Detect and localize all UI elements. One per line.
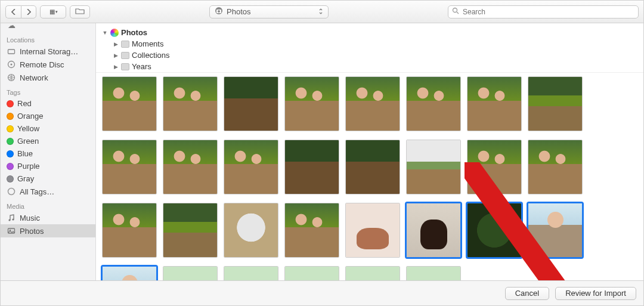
- sidebar-item-orange[interactable]: Orange: [1, 110, 95, 122]
- sidebar-item-label: Network: [20, 73, 48, 82]
- photo-thumbnail[interactable]: [163, 76, 218, 131]
- tree-item-label: Collections: [132, 51, 170, 60]
- photo-thumbnail[interactable]: [224, 266, 278, 280]
- path-dropdown[interactable]: Photos: [209, 5, 329, 18]
- photo-thumbnail[interactable]: [528, 76, 583, 131]
- photo-thumbnail[interactable]: [284, 203, 339, 258]
- grid-icon: ▦: [49, 8, 54, 15]
- thumbnail-grid-wrapper: [96, 73, 643, 280]
- sidebar-item-all-tags[interactable]: All Tags…: [1, 185, 95, 198]
- search-field[interactable]: [448, 5, 639, 18]
- dialog-body: ☁︎ LocationsInternal Storag…Remote DiscN…: [1, 23, 643, 280]
- sidebar-item-green[interactable]: Green: [1, 135, 95, 147]
- sidebar-item-blue[interactable]: Blue: [1, 147, 95, 160]
- photo-thumbnail[interactable]: [528, 203, 583, 258]
- tag-dot-icon: [7, 138, 14, 145]
- sidebar-item-remote-disc[interactable]: Remote Disc: [1, 58, 95, 71]
- tree-item-label: Years: [132, 62, 151, 71]
- disclosure-triangle-icon[interactable]: ▶: [113, 64, 119, 70]
- photo-thumbnail[interactable]: [284, 266, 339, 280]
- photo-thumbnail[interactable]: [467, 76, 522, 131]
- photo-thumbnail[interactable]: [224, 140, 278, 194]
- sidebar-heading: Locations: [1, 32, 95, 45]
- svg-point-10: [8, 219, 10, 221]
- back-button[interactable]: [5, 5, 21, 18]
- review-for-import-button[interactable]: Review for Import: [555, 287, 636, 300]
- sidebar-item-label: Green: [17, 137, 39, 146]
- sidebar-item-gray[interactable]: Gray: [1, 172, 95, 185]
- svg-point-7: [11, 64, 13, 66]
- group-by-button[interactable]: [70, 5, 90, 18]
- photo-thumbnail[interactable]: [284, 140, 339, 194]
- tree-item-label: Moments: [132, 39, 163, 48]
- tree-item-years[interactable]: ▶Years: [113, 61, 637, 72]
- photo-thumbnail[interactable]: [163, 266, 218, 280]
- sidebar-item-label: Music: [20, 214, 40, 222]
- sidebar-item-network[interactable]: Network: [1, 71, 95, 84]
- disclosure-triangle-icon[interactable]: ▶: [113, 52, 119, 58]
- photo-thumbnail[interactable]: [467, 203, 522, 258]
- nav-back-forward: [5, 5, 36, 18]
- photo-thumbnail[interactable]: [163, 140, 218, 194]
- photo-thumbnail[interactable]: [102, 140, 157, 194]
- sidebar-item-label: All Tags…: [20, 187, 54, 196]
- photos-library-icon: [110, 29, 119, 37]
- photo-thumbnail[interactable]: [406, 140, 461, 194]
- photo-thumbnail[interactable]: [406, 203, 461, 258]
- path-label: Photos: [227, 7, 250, 16]
- thumbnail-image: [224, 267, 278, 280]
- view-mode-button[interactable]: ▦ ▾: [40, 5, 66, 18]
- folder-icon: [121, 41, 129, 48]
- sidebar-item-label: Yellow: [17, 124, 39, 133]
- photo-thumbnail[interactable]: [224, 76, 278, 131]
- photo-thumbnail[interactable]: [345, 76, 400, 131]
- photo-thumbnail[interactable]: [102, 76, 157, 131]
- photo-thumbnail[interactable]: [406, 266, 461, 280]
- thumbnail-grid[interactable]: [102, 76, 637, 280]
- photos-icon: [7, 226, 16, 236]
- tree-root-photos[interactable]: ▼ Photos: [102, 27, 637, 38]
- tree-item-moments[interactable]: ▶Moments: [113, 38, 637, 50]
- sidebar-item-music[interactable]: Music: [1, 211, 95, 224]
- sidebar-item-label: Internal Storag…: [20, 47, 78, 56]
- folder-icon: [121, 52, 129, 59]
- photo-thumbnail[interactable]: [528, 140, 583, 194]
- thumbnail-image: [103, 267, 156, 280]
- photo-thumbnail[interactable]: [345, 203, 400, 258]
- photo-thumbnail[interactable]: [163, 203, 218, 258]
- tree-item-collections[interactable]: ▶Collections: [113, 50, 637, 61]
- thumbnail-image: [407, 203, 460, 257]
- thumbnail-image: [346, 203, 400, 257]
- sidebar-item-red[interactable]: Red: [1, 97, 95, 110]
- thumbnail-image: [528, 203, 582, 257]
- cancel-button[interactable]: Cancel: [505, 287, 549, 300]
- sidebar-item-purple[interactable]: Purple: [1, 160, 95, 172]
- sidebar-item-label: Red: [17, 99, 32, 108]
- sidebar-item-truncated[interactable]: ☁︎: [1, 23, 95, 32]
- thumbnail-image: [285, 77, 339, 131]
- sidebar-item-label: Gray: [17, 174, 34, 183]
- photo-thumbnail[interactable]: [345, 266, 400, 280]
- thumbnail-image: [163, 267, 217, 280]
- thumbnail-image: [224, 203, 278, 257]
- sidebar-item-photos[interactable]: Photos: [1, 224, 95, 237]
- photo-thumbnail[interactable]: [345, 140, 400, 194]
- thumbnail-image: [224, 140, 278, 194]
- tag-dot-icon: [7, 150, 14, 157]
- forward-button[interactable]: [21, 5, 36, 18]
- thumbnail-image: [407, 77, 460, 131]
- thumbnail-image: [528, 77, 582, 131]
- photo-thumbnail[interactable]: [224, 203, 278, 258]
- disclosure-triangle-icon[interactable]: ▶: [113, 41, 119, 47]
- photo-thumbnail[interactable]: [102, 266, 157, 280]
- sidebar-item-internal-storag[interactable]: Internal Storag…: [1, 45, 95, 58]
- photo-thumbnail[interactable]: [102, 203, 157, 258]
- photo-thumbnail[interactable]: [467, 140, 522, 194]
- tree-root-label: Photos: [121, 28, 147, 37]
- disclosure-triangle-icon[interactable]: ▼: [102, 30, 108, 36]
- photo-thumbnail[interactable]: [406, 76, 461, 131]
- photo-thumbnail[interactable]: [284, 76, 339, 131]
- search-input[interactable]: [463, 8, 634, 16]
- sidebar-item-yellow[interactable]: Yellow: [1, 122, 95, 135]
- sidebar-item-label: Blue: [17, 149, 33, 158]
